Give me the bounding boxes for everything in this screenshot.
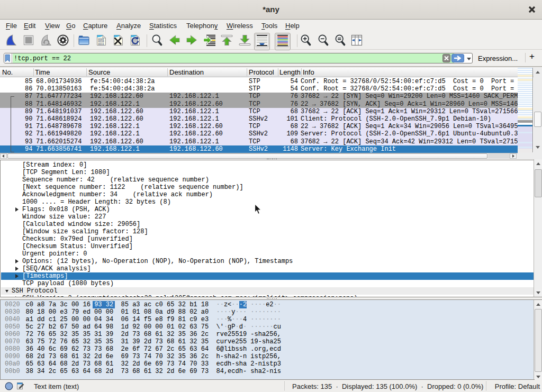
- svg-text:0111: 0111: [98, 43, 104, 45]
